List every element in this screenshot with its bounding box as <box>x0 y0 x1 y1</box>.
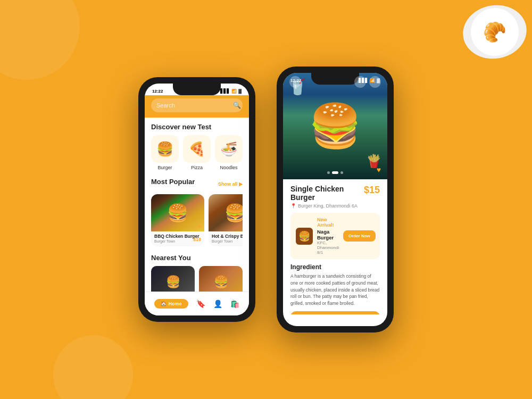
dot-1 <box>327 171 330 174</box>
ingredient-title: Ingredient <box>290 263 380 271</box>
categories-list: 🍔 Burger 🍕 Pizza 🍜 Noodles 🌭 Hot Dog <box>151 135 243 170</box>
most-popular-title: Most Popular <box>151 178 195 186</box>
order-now-button[interactable]: Order Now <box>343 230 376 242</box>
status-bar-2: 12:22 ▋▋▋ 📶 ▓ <box>283 73 387 85</box>
location-pin-icon: 📍 <box>290 203 296 209</box>
new-arrival-banner: 🍔 New Arrival! Naga Burger KFC, Dhanmond… <box>290 213 380 259</box>
product-header: Single Chicken Burger $15 <box>290 185 380 202</box>
naga-thumb-img: 🍔 <box>296 228 313 245</box>
popular-card-hot[interactable]: 🍔 Hot & Crispy Burger Burger Town <box>209 194 243 246</box>
hot-card-name: Hot & Crispy Burger <box>212 234 243 239</box>
phone-1-screen: 12:22 ▋▋▋ 📶 ▓ 🔍 Discover new Test <box>145 84 249 315</box>
bag-icon: 🛍️ <box>230 300 239 308</box>
bbq-card-price: $10 <box>193 237 201 242</box>
popular-card-bbq[interactable]: 🍔 ♥ BBQ Chicken Burger Burger Town $10 <box>151 194 204 246</box>
location-text: Burger King, Dhanmondi 6A <box>298 203 358 209</box>
plate-food: 🥐 <box>467 4 522 60</box>
nav-home[interactable]: 🏠 Home <box>154 299 188 309</box>
burger-label: Burger <box>157 165 172 170</box>
status-icons-1: ▋▋▋ 📶 ▓ <box>220 89 242 94</box>
pizza-label: Pizza <box>191 165 203 170</box>
ingredient-text: A hamburger is a sandwich consisting of … <box>290 273 380 307</box>
status-time-1: 12:22 <box>152 89 163 94</box>
nearest-title: Nearest You <box>151 254 243 262</box>
category-noodles[interactable]: 🍜 Noodles <box>215 135 243 170</box>
new-arrival-label: New Arrival! <box>317 217 339 228</box>
bbq-burger-image: 🍔 ♥ <box>151 194 204 231</box>
search-input[interactable] <box>156 102 230 109</box>
product-hero: 🥤 🍔 🍟 ‹ 🛒 ⋯ <box>283 73 387 179</box>
wifi-icon-1: 📶 <box>231 89 237 94</box>
phone1-header: 🔍 <box>145 95 249 118</box>
wifi-icon-2: 📶 <box>370 78 375 83</box>
product-name: Single Chicken Burger <box>290 185 364 202</box>
pizza-icon: 🍕 <box>183 135 211 163</box>
phone-2: 12:22 ▋▋▋ 📶 ▓ 🥤 🍔 🍟 ‹ 🛒 <box>277 66 394 332</box>
phone2-body: Single Chicken Burger $15 📍 Burger King,… <box>283 179 387 314</box>
profile-icon: 👤 <box>213 300 222 308</box>
product-location: 📍 Burger King, Dhanmondi 6A <box>290 203 380 209</box>
nav-home-label: Home <box>169 301 182 306</box>
nav-bookmark[interactable]: 🔖 <box>196 300 205 308</box>
image-dots <box>327 171 343 174</box>
naga-info: New Arrival! Naga Burger KFC, Dhanmondi … <box>317 217 339 255</box>
discover-title: Discover new Test <box>151 123 243 131</box>
noodles-label: Noodles <box>220 165 237 170</box>
phone-1: 12:22 ▋▋▋ 📶 ▓ 🔍 Discover new Test <box>138 77 255 322</box>
battery-icon-2: ▓ <box>377 78 380 83</box>
status-time-2: 12:22 <box>290 78 301 83</box>
bbq-heart-icon[interactable]: ♥ <box>198 223 201 229</box>
product-price: $15 <box>364 185 380 196</box>
add-to-cart-button[interactable]: Add to Cart <box>290 311 380 314</box>
popular-items-list: 🍔 ♥ BBQ Chicken Burger Burger Town $10 🍔 <box>151 194 243 246</box>
search-bar[interactable]: 🔍 <box>151 98 243 112</box>
bg-decoration-2 <box>53 335 133 399</box>
hot-burger-image: 🍔 <box>209 194 243 231</box>
phone-2-screen: 12:22 ▋▋▋ 📶 ▓ 🥤 🍔 🍟 ‹ 🛒 <box>283 73 387 326</box>
battery-icon-1: ▓ <box>238 89 242 94</box>
category-pizza[interactable]: 🍕 Pizza <box>183 135 211 170</box>
status-icons-2: ▋▋▋ 📶 ▓ <box>359 78 380 83</box>
bg-decoration-1 <box>0 0 80 80</box>
show-all-button[interactable]: Show all ▶ <box>218 181 243 187</box>
hot-burger-visual: 🍔 <box>209 194 243 231</box>
nav-bag[interactable]: 🛍️ <box>230 300 239 308</box>
favorite-icon[interactable]: ♥ <box>377 165 381 174</box>
category-burger[interactable]: 🍔 Burger <box>151 135 179 170</box>
naga-name: Naga Burger <box>317 229 339 240</box>
hot-card-info: Hot & Crispy Burger Burger Town <box>209 231 243 246</box>
bottom-nav: 🏠 Home 🔖 👤 🛍️ <box>145 292 249 315</box>
signal-icon-1: ▋▋▋ <box>220 89 230 94</box>
notch-1 <box>173 84 221 95</box>
noodles-icon: 🍜 <box>215 135 243 163</box>
signal-icon-2: ▋▋▋ <box>359 78 368 83</box>
dot-active <box>332 171 338 174</box>
phones-container: 12:22 ▋▋▋ 📶 ▓ 🔍 Discover new Test <box>138 66 394 332</box>
plate-decoration: 🥐 <box>459 0 531 63</box>
burger-icon: 🍔 <box>151 135 179 163</box>
naga-store: KFC, Dhanmondi 8/1 <box>317 240 339 255</box>
home-icon: 🏠 <box>161 301 167 306</box>
nav-profile[interactable]: 👤 <box>213 300 222 308</box>
search-icon: 🔍 <box>233 102 241 109</box>
bookmark-icon: 🔖 <box>196 300 205 308</box>
bbq-burger-visual: 🍔 <box>151 194 204 231</box>
hot-card-store: Burger Town <box>212 239 243 243</box>
most-popular-header: Most Popular Show all ▶ <box>151 178 243 190</box>
phone1-body: Discover new Test 🍔 Burger 🍕 Pizza 🍜 Noo… <box>145 118 249 303</box>
dot-3 <box>340 171 343 174</box>
